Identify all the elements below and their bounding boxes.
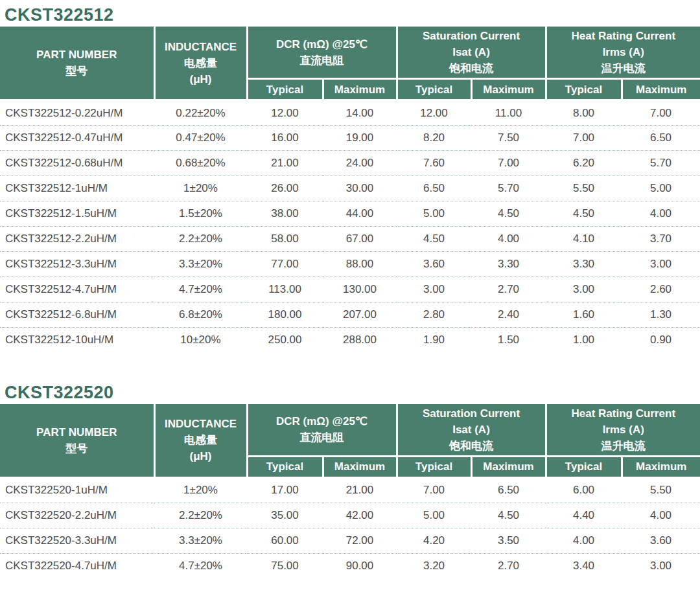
part-number-cell: CKST322512-1uH/M: [0, 176, 154, 201]
dcr-typical-cell: 75.00: [247, 553, 323, 578]
part-number-cell: CKST322520-3.3uH/M: [0, 528, 154, 553]
saturation-typical-cell: 5.00: [397, 201, 471, 227]
header-heat-typical: Typical: [546, 456, 622, 477]
heat-typical-cell: 4.50: [546, 201, 622, 227]
dcr-maximum-cell: 14.00: [323, 100, 397, 126]
header-saturation-maximum: Maximum: [471, 79, 546, 100]
dcr-typical-cell: 77.00: [247, 252, 323, 277]
spec-table-body: CKST322520-1uH/M 1±20% 17.00 21.00 7.00 …: [0, 477, 700, 578]
part-number-cell: CKST322520-4.7uH/M: [0, 553, 154, 578]
heat-maximum-cell: 5.00: [622, 176, 700, 201]
heat-maximum-cell: 4.00: [622, 201, 700, 227]
part-number-cell: CKST322512-6.8uH/M: [0, 302, 154, 328]
dcr-typical-cell: 38.00: [247, 201, 323, 227]
table-row: CKST322512-0.68uH/M 0.68±20% 21.00 24.00…: [0, 151, 700, 176]
table-row: CKST322520-1uH/M 1±20% 17.00 21.00 7.00 …: [0, 477, 700, 503]
table-row: CKST322520-2.2uH/M 2.2±20% 35.00 42.00 5…: [0, 503, 700, 528]
heat-maximum-cell: 0.90: [622, 328, 700, 353]
header-dcr: DCR (mΩ) @25℃ 直流电阻: [247, 404, 397, 457]
inductance-cell: 4.7±20%: [154, 553, 247, 578]
dcr-maximum-cell: 30.00: [323, 176, 397, 201]
dcr-typical-cell: 60.00: [247, 528, 323, 553]
header-part-number: PART NUMBER 型号: [0, 404, 154, 478]
saturation-maximum-cell: 2.70: [471, 553, 546, 578]
inductance-cell: 4.7±20%: [154, 277, 247, 302]
part-number-cell: CKST322512-0.47uH/M: [0, 126, 154, 151]
heat-typical-cell: 4.40: [546, 503, 622, 528]
inductance-cell: 6.8±20%: [154, 302, 247, 328]
saturation-typical-cell: 1.90: [397, 328, 471, 353]
heat-typical-cell: 7.00: [546, 126, 622, 151]
table-row: CKST322520-3.3uH/M 3.3±20% 60.00 72.00 4…: [0, 528, 700, 553]
saturation-maximum-cell: 7.50: [471, 126, 546, 151]
part-number-cell: CKST322512-3.3uH/M: [0, 252, 154, 277]
saturation-maximum-cell: 5.70: [471, 176, 546, 201]
inductance-cell: 0.68±20%: [154, 151, 247, 176]
dcr-maximum-cell: 288.00: [323, 328, 397, 353]
saturation-typical-cell: 7.00: [397, 477, 471, 503]
dcr-maximum-cell: 19.00: [323, 126, 397, 151]
part-number-cell: CKST322512-0.22uH/M: [0, 100, 154, 126]
dcr-typical-cell: 17.00: [247, 477, 323, 503]
dcr-maximum-cell: 67.00: [323, 227, 397, 252]
header-inductance: INDUCTANCE 电感量 (μH): [154, 404, 247, 478]
inductance-cell: 0.22±20%: [154, 100, 247, 126]
saturation-typical-cell: 8.20: [397, 126, 471, 151]
heat-typical-cell: 5.50: [546, 176, 622, 201]
dcr-maximum-cell: 88.00: [323, 252, 397, 277]
heat-maximum-cell: 6.50: [622, 126, 700, 151]
inductance-cell: 1±20%: [154, 176, 247, 201]
heat-typical-cell: 3.40: [546, 553, 622, 578]
heat-typical-cell: 6.20: [546, 151, 622, 176]
heat-maximum-cell: 5.70: [622, 151, 700, 176]
saturation-maximum-cell: 6.50: [471, 477, 546, 503]
dcr-maximum-cell: 44.00: [323, 201, 397, 227]
table-row: CKST322512-0.22uH/M 0.22±20% 12.00 14.00…: [0, 100, 700, 126]
header-saturation-maximum: Maximum: [471, 456, 546, 477]
part-number-cell: CKST322512-2.2uH/M: [0, 227, 154, 252]
dcr-typical-cell: 16.00: [247, 126, 323, 151]
table-row: CKST322512-3.3uH/M 3.3±20% 77.00 88.00 3…: [0, 252, 700, 277]
header-saturation-current: Saturation Current Isat (A) 饱和电流: [397, 404, 546, 457]
header-heat-typical: Typical: [546, 79, 622, 100]
dcr-typical-cell: 21.00: [247, 151, 323, 176]
saturation-maximum-cell: 4.00: [471, 227, 546, 252]
spec-table-ckst322512: PART NUMBER 型号 INDUCTANCE 电感量 (μH) DCR (…: [0, 27, 700, 353]
saturation-typical-cell: 2.80: [397, 302, 471, 328]
heat-typical-cell: 1.00: [546, 328, 622, 353]
table-row: CKST322512-10uH/M 10±20% 250.00 288.00 1…: [0, 328, 700, 353]
heat-maximum-cell: 2.60: [622, 277, 700, 302]
header-heat-rating-current: Heat Rating Current Irms (A) 温升电流: [546, 27, 700, 79]
header-dcr: DCR (mΩ) @25℃ 直流电阻: [247, 27, 397, 79]
dcr-typical-cell: 35.00: [247, 503, 323, 528]
saturation-maximum-cell: 11.00: [471, 100, 546, 126]
heat-maximum-cell: 5.50: [622, 477, 700, 503]
saturation-typical-cell: 3.20: [397, 553, 471, 578]
header-dcr-typical: Typical: [247, 456, 323, 477]
saturation-typical-cell: 3.00: [397, 277, 471, 302]
saturation-maximum-cell: 2.40: [471, 302, 546, 328]
heat-maximum-cell: 4.00: [622, 503, 700, 528]
saturation-maximum-cell: 4.50: [471, 503, 546, 528]
table-header: PART NUMBER 型号 INDUCTANCE 电感量 (μH) DCR (…: [0, 27, 700, 100]
inductance-cell: 2.2±20%: [154, 503, 247, 528]
heat-maximum-cell: 3.00: [622, 553, 700, 578]
header-heat-rating-current: Heat Rating Current Irms (A) 温升电流: [546, 404, 700, 457]
spec-table-body: CKST322512-0.22uH/M 0.22±20% 12.00 14.00…: [0, 100, 700, 353]
table-row: CKST322512-4.7uH/M 4.7±20% 113.00 130.00…: [0, 277, 700, 302]
table-header: PART NUMBER 型号 INDUCTANCE 电感量 (μH) DCR (…: [0, 404, 700, 478]
inductance-cell: 3.3±20%: [154, 252, 247, 277]
header-dcr-maximum: Maximum: [323, 456, 397, 477]
saturation-maximum-cell: 7.00: [471, 151, 546, 176]
saturation-typical-cell: 4.20: [397, 528, 471, 553]
heat-typical-cell: 6.00: [546, 477, 622, 503]
saturation-maximum-cell: 1.50: [471, 328, 546, 353]
saturation-typical-cell: 5.00: [397, 503, 471, 528]
series-title-ckst322512: CKST322512: [0, 0, 700, 27]
part-number-cell: CKST322512-0.68uH/M: [0, 151, 154, 176]
saturation-maximum-cell: 3.50: [471, 528, 546, 553]
inductance-cell: 1.5±20%: [154, 201, 247, 227]
dcr-maximum-cell: 21.00: [323, 477, 397, 503]
inductance-cell: 3.3±20%: [154, 528, 247, 553]
series-title-ckst322520: CKST322520: [0, 353, 700, 404]
